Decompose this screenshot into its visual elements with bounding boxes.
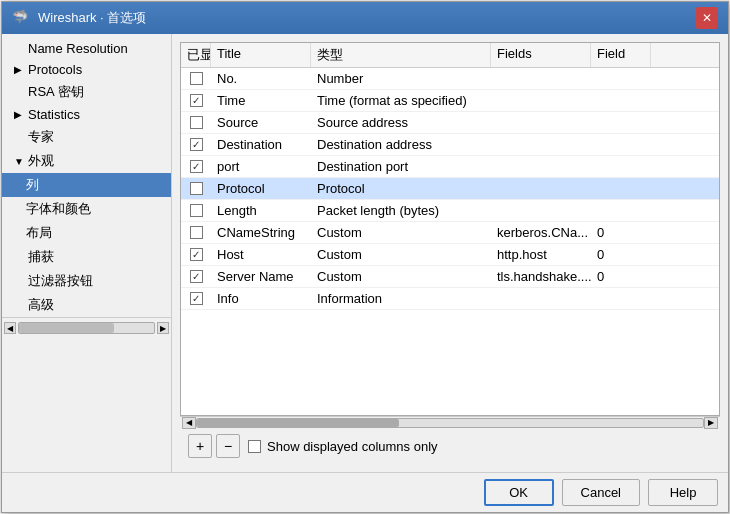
table-row[interactable]: InfoInformation: [181, 288, 719, 310]
sidebar-item-name-resolution[interactable]: Name Resolution: [2, 38, 171, 59]
bottom-toolbar: + − Show displayed columns only: [180, 428, 720, 464]
sidebar-item-rsa[interactable]: RSA 密钥: [2, 80, 171, 104]
header-checked[interactable]: 已显示: [181, 43, 211, 67]
row-type: Source address: [311, 113, 491, 132]
sidebar-item-capture[interactable]: 捕获: [2, 245, 171, 269]
header-field2[interactable]: Field: [591, 43, 651, 67]
sidebar-item-appearance[interactable]: ▼外观: [2, 149, 171, 173]
help-button[interactable]: Help: [648, 479, 718, 506]
sidebar-item-label: 专家: [28, 128, 54, 146]
cancel-button[interactable]: Cancel: [562, 479, 640, 506]
row-type: Custom: [311, 267, 491, 286]
dialog-footer: OK Cancel Help: [2, 472, 728, 512]
sidebar-item-expert[interactable]: 专家: [2, 125, 171, 149]
add-column-button[interactable]: +: [188, 434, 212, 458]
sidebar-item-advanced[interactable]: 高级: [2, 293, 171, 317]
title-bar-left: 🦈 Wireshark · 首选项: [12, 9, 146, 27]
row-title: Destination: [211, 135, 311, 154]
row-checkbox-cell: [181, 268, 211, 285]
sidebar-item-label: 布局: [26, 224, 52, 242]
scroll-left-button[interactable]: ◀: [182, 417, 196, 429]
row-checkbox-cell: [181, 70, 211, 87]
row-checkbox-cell: [181, 224, 211, 241]
table-row[interactable]: SourceSource address: [181, 112, 719, 134]
table-row[interactable]: HostCustomhttp.host0: [181, 244, 719, 266]
sidebar-item-label: RSA 密钥: [28, 83, 84, 101]
row-fields: http.host: [491, 245, 591, 264]
row-checkbox[interactable]: [190, 94, 203, 107]
chevron-icon: ▶: [14, 109, 24, 120]
horizontal-scrollbar-area: ◀ ▶: [180, 416, 720, 428]
row-checkbox[interactable]: [190, 226, 203, 239]
remove-column-button[interactable]: −: [216, 434, 240, 458]
row-fields: [491, 77, 591, 81]
sidebar-item-label: 过滤器按钮: [28, 272, 93, 290]
sidebar-item-label: 列: [26, 176, 39, 194]
header-title[interactable]: Title: [211, 43, 311, 67]
table-row[interactable]: LengthPacket length (bytes): [181, 200, 719, 222]
row-fields: tls.handshake....: [491, 267, 591, 286]
row-field2: 0: [591, 245, 651, 264]
sidebar-item-filter-buttons[interactable]: 过滤器按钮: [2, 269, 171, 293]
table-row[interactable]: DestinationDestination address: [181, 134, 719, 156]
row-type: Custom: [311, 223, 491, 242]
header-type[interactable]: 类型: [311, 43, 491, 67]
row-checkbox[interactable]: [190, 248, 203, 261]
table-row[interactable]: CNameStringCustomkerberos.CNa...0: [181, 222, 719, 244]
row-checkbox[interactable]: [190, 138, 203, 151]
title-bar-text: Wireshark · 首选项: [38, 9, 146, 27]
row-type: Destination port: [311, 157, 491, 176]
row-checkbox[interactable]: [190, 182, 203, 195]
scrollbar-thumb: [197, 419, 399, 427]
chevron-icon: ▶: [14, 64, 24, 75]
row-checkbox[interactable]: [190, 116, 203, 129]
sidebar-item-columns[interactable]: 列: [2, 173, 171, 197]
sidebar-item-label: 捕获: [28, 248, 54, 266]
table-row[interactable]: Server NameCustomtls.handshake....0: [181, 266, 719, 288]
columns-table: 已显示 Title 类型 Fields Field No.NumberTimeT…: [180, 42, 720, 416]
row-fields: kerberos.CNa...: [491, 223, 591, 242]
sidebar-item-layout[interactable]: 布局: [2, 221, 171, 245]
sidebar-scroll-left[interactable]: ◀: [4, 322, 16, 334]
row-checkbox[interactable]: [190, 204, 203, 217]
row-type: Destination address: [311, 135, 491, 154]
table-header: 已显示 Title 类型 Fields Field: [181, 43, 719, 68]
sidebar-scroll-right[interactable]: ▶: [157, 322, 169, 334]
scroll-right-button[interactable]: ▶: [704, 417, 718, 429]
table-row[interactable]: ProtocolProtocol: [181, 178, 719, 200]
row-checkbox[interactable]: [190, 292, 203, 305]
row-type: Packet length (bytes): [311, 201, 491, 220]
row-title: port: [211, 157, 311, 176]
table-row[interactable]: TimeTime (format as specified): [181, 90, 719, 112]
sidebar-item-label: Name Resolution: [28, 41, 128, 56]
row-checkbox[interactable]: [190, 72, 203, 85]
row-checkbox[interactable]: [190, 270, 203, 283]
table-body: No.NumberTimeTime (format as specified)S…: [181, 68, 719, 415]
table-row[interactable]: portDestination port: [181, 156, 719, 178]
row-title: Source: [211, 113, 311, 132]
sidebar-item-font-color[interactable]: 字体和颜色: [2, 197, 171, 221]
header-fields[interactable]: Fields: [491, 43, 591, 67]
row-title: Protocol: [211, 179, 311, 198]
row-field2: [591, 165, 651, 169]
table-row[interactable]: No.Number: [181, 68, 719, 90]
row-field2: [591, 143, 651, 147]
sidebar-scrollbar[interactable]: [18, 322, 155, 334]
row-type: Number: [311, 69, 491, 88]
sidebar-item-label: 字体和颜色: [26, 200, 91, 218]
row-checkbox-cell: [181, 136, 211, 153]
sidebar-item-protocols[interactable]: ▶Protocols: [2, 59, 171, 80]
close-button[interactable]: ✕: [696, 7, 718, 29]
show-displayed-checkbox[interactable]: [248, 440, 261, 453]
sidebar-item-statistics[interactable]: ▶Statistics: [2, 104, 171, 125]
row-fields: [491, 121, 591, 125]
row-checkbox[interactable]: [190, 160, 203, 173]
chevron-icon: ▼: [14, 156, 24, 167]
ok-button[interactable]: OK: [484, 479, 554, 506]
horizontal-scrollbar[interactable]: [196, 418, 704, 428]
row-type: Protocol: [311, 179, 491, 198]
row-checkbox-cell: [181, 158, 211, 175]
row-title: CNameString: [211, 223, 311, 242]
row-title: Length: [211, 201, 311, 220]
row-checkbox-cell: [181, 180, 211, 197]
